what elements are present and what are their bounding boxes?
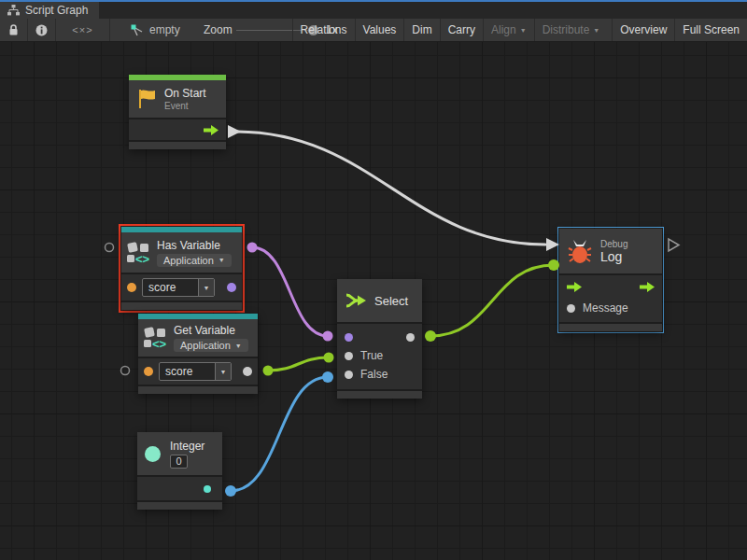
name-input-port[interactable] <box>144 367 153 376</box>
false-input-port[interactable] <box>345 371 353 379</box>
true-label: True <box>360 349 383 362</box>
false-label: False <box>360 368 388 381</box>
distribute-label: Distribute <box>543 23 590 36</box>
chevron-down-icon: ▼ <box>215 363 231 380</box>
debug-log-ports: Message <box>559 273 662 322</box>
has-variable-footer <box>121 301 242 310</box>
variable-name-combo[interactable]: score ▼ <box>159 362 232 381</box>
result-output-port[interactable] <box>227 283 236 292</box>
script-graph-window: Script Graph ⋮ ✕ <×> <box>0 0 747 560</box>
get-variable-scope-dropdown[interactable]: Application ▼ <box>174 339 248 352</box>
node-debug-log[interactable]: Debug Log Message <box>559 229 662 331</box>
name-input-port[interactable] <box>127 283 136 292</box>
tab-bar: Script Graph <box>0 2 747 19</box>
align-button[interactable]: Align ▼ <box>483 19 534 41</box>
value-output-port[interactable] <box>243 367 252 376</box>
get-variable-ports: score ▼ <box>138 357 258 385</box>
selection-outline-blue: Debug Log Message <box>557 227 664 333</box>
graph-pointer-icon <box>131 24 144 36</box>
chevron-down-icon: ▼ <box>520 27 527 34</box>
on-start-ports <box>129 118 226 140</box>
values-button[interactable]: Values <box>355 19 404 41</box>
scope-label: Application <box>180 340 231 351</box>
variables-icon: <> <box>127 242 151 264</box>
scope-label: Application <box>163 255 214 266</box>
overview-label: Overview <box>620 23 667 36</box>
on-start-header: On Start Event <box>129 80 226 118</box>
unconnected-control-triangle[interactable] <box>669 239 679 251</box>
control-input-port[interactable] <box>567 282 582 292</box>
has-variable-scope-dropdown[interactable]: Application ▼ <box>157 254 232 267</box>
graph-canvas[interactable]: On Start Event <> <box>0 42 747 560</box>
on-start-footer <box>129 140 226 149</box>
fullscreen-label: Full Screen <box>683 23 740 36</box>
message-input-port[interactable] <box>567 304 575 313</box>
select-ports: True False <box>337 322 422 389</box>
node-has-variable[interactable]: <> Has Variable Application ▼ score ▼ <box>121 227 242 310</box>
integer-footer <box>137 500 222 510</box>
debug-log-header: Debug Log <box>559 229 662 273</box>
debug-log-row-message: Message <box>559 298 662 318</box>
wire-on-start-to-debug-log[interactable] <box>228 125 559 251</box>
on-start-subtitle: Event <box>164 101 206 111</box>
node-select[interactable]: Select True False <box>337 279 422 399</box>
condition-input-port[interactable] <box>345 333 353 342</box>
svg-text:<>: <> <box>135 252 150 264</box>
select-footer <box>337 389 422 399</box>
control-output-port[interactable] <box>640 282 655 292</box>
toolbar-buttons: Relations Values Dim Carry Align ▼ Distr… <box>292 19 747 41</box>
distribute-button[interactable]: Distribute ▼ <box>534 19 608 41</box>
integer-value-field[interactable]: 0 <box>170 455 188 469</box>
control-output-port[interactable] <box>204 125 218 135</box>
wire-select-to-debug-log-message[interactable] <box>425 259 559 342</box>
relations-label: Relations <box>301 23 347 36</box>
lock-button[interactable] <box>0 19 28 41</box>
node-on-start[interactable]: On Start Event <box>129 75 226 149</box>
disconnect-button[interactable]: <×> <box>56 19 110 41</box>
debug-log-row-control <box>559 275 662 298</box>
integer-title: Integer <box>170 440 204 453</box>
selection-outline-red: <> Has Variable Application ▼ score ▼ <box>119 224 245 313</box>
debug-log-footer <box>559 322 662 331</box>
get-variable-footer <box>138 385 258 394</box>
unconnected-port-circle[interactable] <box>106 244 114 252</box>
dim-label: Dim <box>412 23 431 36</box>
node-integer[interactable]: Integer 0 <box>137 432 222 510</box>
node-get-variable[interactable]: <> Get Variable Application ▼ score ▼ <box>138 314 258 394</box>
selection-output-port[interactable] <box>406 333 415 342</box>
tab-label: Script Graph <box>25 4 88 17</box>
lock-icon <box>8 24 19 36</box>
unconnected-port-circle[interactable] <box>121 367 130 375</box>
select-header: Select <box>337 279 422 322</box>
get-variable-title: Get Variable <box>174 324 248 337</box>
flag-icon <box>136 88 157 110</box>
variable-name-value: score <box>143 279 198 296</box>
has-variable-header: <> Has Variable Application ▼ <box>121 232 242 273</box>
get-variable-header: <> Get Variable Application ▼ <box>138 319 258 357</box>
debug-log-title: Log <box>600 249 627 264</box>
select-row-false: False <box>337 365 422 384</box>
message-label: Message <box>583 301 628 315</box>
overview-button[interactable]: Overview <box>612 19 674 41</box>
graph-toolbar: <×> empty Zoom 1x Relations Values Dim C… <box>0 19 747 42</box>
relations-button[interactable]: Relations <box>292 19 355 41</box>
info-icon <box>35 24 48 36</box>
wire-start-arrow <box>228 125 241 138</box>
inspect-button[interactable] <box>28 19 56 41</box>
align-label: Align <box>491 23 516 36</box>
wire-has-variable-to-select[interactable] <box>247 243 333 342</box>
variable-name-combo[interactable]: score ▼ <box>142 278 215 297</box>
variables-icon: <> <box>144 327 168 349</box>
carry-button[interactable]: Carry <box>440 19 483 41</box>
dim-button[interactable]: Dim <box>403 19 439 41</box>
tab-script-graph[interactable]: Script Graph <box>0 2 99 19</box>
wire-get-variable-to-select-true[interactable] <box>263 353 334 376</box>
true-input-port[interactable] <box>345 352 353 360</box>
integer-output-port[interactable] <box>204 485 211 493</box>
select-icon <box>345 293 367 308</box>
bug-icon <box>567 238 593 264</box>
fullscreen-button[interactable]: Full Screen <box>674 19 747 41</box>
chevron-down-icon: ▼ <box>593 27 599 34</box>
zoom-label: Zoom <box>204 19 233 41</box>
select-title: Select <box>374 294 408 308</box>
